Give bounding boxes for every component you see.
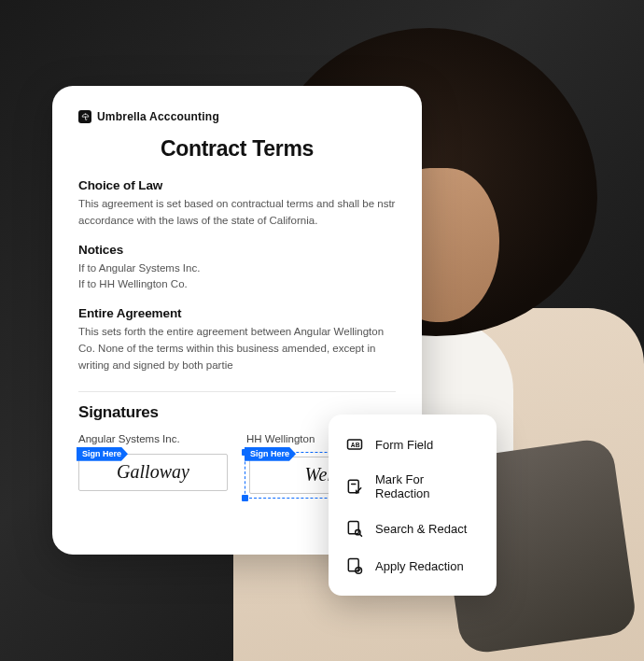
sign-here-tag: Sign Here	[245, 447, 296, 461]
menu-item-label: Search & Redact	[375, 522, 467, 536]
menu-item-label: Apply Redaction	[375, 559, 464, 573]
apply-redaction-icon	[345, 556, 364, 575]
mark-redaction-icon	[345, 477, 364, 496]
svg-rect-2	[348, 480, 358, 492]
search-redact-icon	[345, 519, 364, 538]
notices-line-1: If to Angular Systems Inc.	[78, 260, 396, 277]
section-heading-entire: Entire Agreement	[78, 306, 396, 320]
menu-item-search-redact[interactable]: Search & Redact	[334, 510, 491, 547]
brand: Umbrella Acccounting	[78, 110, 396, 123]
menu-item-apply-redaction[interactable]: Apply Redaction	[334, 547, 491, 584]
signature-field-left[interactable]: Sign Here Galloway	[78, 454, 228, 491]
svg-rect-5	[348, 559, 358, 571]
section-heading-notices: Notices	[78, 243, 396, 257]
section-heading-choice: Choice of Law	[78, 178, 396, 192]
sign-here-tag: Sign Here	[77, 447, 128, 461]
signature-col-left: Angular Systems Inc. Sign Here Galloway	[78, 433, 228, 497]
umbrella-logo-icon	[78, 110, 91, 123]
signature-label-left: Angular Systems Inc.	[78, 433, 228, 444]
menu-item-label: Mark For Redaction	[375, 472, 480, 500]
doc-title: Contract Terms	[78, 136, 396, 162]
divider	[78, 391, 396, 392]
section-body-choice: This agreement is set based on contractu…	[78, 196, 396, 230]
section-body-entire: This sets forth the entire agreement bet…	[78, 324, 396, 373]
notices-line-2: If to HH Wellington Co.	[78, 276, 396, 293]
menu-item-label: Form Field	[375, 438, 433, 452]
svg-rect-3	[348, 522, 358, 534]
menu-item-form-field[interactable]: AB Form Field	[334, 426, 491, 463]
form-field-icon: AB	[345, 435, 364, 454]
resize-handle[interactable]	[242, 495, 248, 501]
menu-item-mark-redaction[interactable]: Mark For Redaction	[334, 463, 491, 510]
stage: Umbrella Acccounting Contract Terms Choi…	[0, 0, 644, 661]
brand-name: Umbrella Acccounting	[97, 110, 219, 123]
svg-text:AB: AB	[351, 442, 360, 448]
context-menu: AB Form Field Mark For Redaction Search …	[329, 415, 497, 596]
